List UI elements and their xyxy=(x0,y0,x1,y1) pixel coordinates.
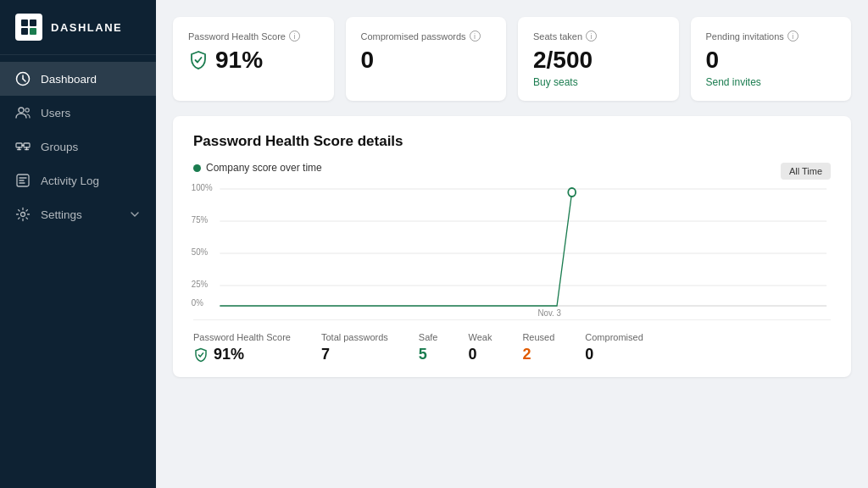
stat-card-password-health: Password Health Score i 91% xyxy=(173,17,334,101)
users-icon xyxy=(15,105,31,120)
sidebar-item-dashboard[interactable]: Dashboard xyxy=(0,62,156,96)
sidebar-nav: Dashboard Users Groups xyxy=(0,55,156,488)
users-label: Users xyxy=(41,107,70,119)
chart-area: 100% 75% 50% 25% 0% Nov. 3 xyxy=(190,180,834,316)
sidebar: DASHLANE Dashboard Users xyxy=(0,0,156,488)
svg-rect-2 xyxy=(21,28,28,35)
svg-rect-1 xyxy=(30,19,36,26)
bottom-reused-value: 2 xyxy=(522,346,554,363)
shield-check-icon-sm xyxy=(193,347,209,363)
svg-point-5 xyxy=(19,108,24,113)
logo-icon xyxy=(15,14,42,41)
svg-rect-8 xyxy=(24,143,30,147)
sidebar-item-users[interactable]: Users xyxy=(0,96,156,130)
password-health-value: 91% xyxy=(188,47,319,74)
svg-text:75%: 75% xyxy=(192,214,208,225)
send-invites-link[interactable]: Send invites xyxy=(706,76,761,88)
seats-info-icon[interactable]: i xyxy=(586,30,597,42)
sidebar-item-activity-log[interactable]: Activity Log xyxy=(0,164,156,197)
svg-text:100%: 100% xyxy=(192,182,213,192)
svg-rect-0 xyxy=(21,19,28,26)
main-content: Password Health Score i 91% Compromised … xyxy=(156,0,868,488)
bottom-safe-value: 5 xyxy=(419,346,438,363)
bottom-stat-safe: Safe 5 xyxy=(419,332,438,363)
chevron-down-icon xyxy=(129,208,141,220)
sidebar-item-groups[interactable]: Groups xyxy=(0,130,156,164)
bottom-stat-reused: Reused 2 xyxy=(522,332,554,363)
bottom-stat-compromised: Compromised 0 xyxy=(585,332,643,363)
bottom-stats: Password Health Score 91% Total password… xyxy=(193,319,831,377)
bottom-stat-weak: Weak 0 xyxy=(468,332,492,363)
bottom-total-value: 7 xyxy=(321,346,388,363)
compromised-label: Compromised passwords i xyxy=(361,30,492,42)
svg-rect-3 xyxy=(30,28,36,35)
svg-text:25%: 25% xyxy=(192,279,208,289)
all-time-button[interactable]: All Time xyxy=(781,163,831,180)
password-health-info-icon[interactable]: i xyxy=(289,30,300,42)
invitations-info-icon[interactable]: i xyxy=(787,30,798,42)
compromised-info-icon[interactable]: i xyxy=(470,30,481,42)
logo-area: DASHLANE xyxy=(0,0,156,55)
stat-card-compromised: Compromised passwords i 0 xyxy=(346,17,507,101)
settings-icon xyxy=(15,207,31,222)
groups-label: Groups xyxy=(41,141,78,153)
shield-check-icon xyxy=(188,50,209,70)
svg-text:0%: 0% xyxy=(192,297,203,308)
details-card: Password Health Score details Company sc… xyxy=(173,116,851,377)
activity-icon xyxy=(15,173,31,188)
dashboard-icon xyxy=(15,71,31,86)
bottom-stat-total: Total passwords 7 xyxy=(321,332,388,363)
settings-label: Settings xyxy=(41,208,82,221)
seats-label: Seats taken i xyxy=(533,30,664,42)
stat-card-seats: Seats taken i 2/500 Buy seats xyxy=(518,17,679,101)
details-title: Password Health Score details xyxy=(193,133,831,150)
stat-card-invitations: Pending invitations i 0 Send invites xyxy=(691,17,852,101)
activity-log-label: Activity Log xyxy=(41,175,99,187)
chart-header: Company score over time All Time xyxy=(193,162,831,180)
invitations-label: Pending invitations i xyxy=(706,30,837,42)
chart-svg: 100% 75% 50% 25% 0% Nov. 3 xyxy=(190,180,834,316)
buy-seats-link[interactable]: Buy seats xyxy=(533,76,578,88)
svg-text:Nov. 3: Nov. 3 xyxy=(538,308,562,316)
dashboard-label: Dashboard xyxy=(41,73,97,86)
compromised-value: 0 xyxy=(361,47,492,74)
svg-point-6 xyxy=(25,108,29,112)
invitations-value: 0 xyxy=(706,47,837,74)
bottom-compromised-value: 0 xyxy=(585,346,643,363)
seats-value: 2/500 xyxy=(533,47,664,74)
svg-text:50%: 50% xyxy=(192,247,208,257)
logo-text: DASHLANE xyxy=(51,21,122,34)
legend-dot xyxy=(193,164,201,172)
bottom-health-value: 91% xyxy=(193,346,291,363)
groups-icon xyxy=(15,139,31,154)
svg-rect-7 xyxy=(16,143,22,147)
password-health-label: Password Health Score i xyxy=(188,30,319,42)
chart-legend: Company score over time xyxy=(193,162,322,174)
legend-label: Company score over time xyxy=(206,162,322,174)
bottom-stat-health: Password Health Score 91% xyxy=(193,332,291,363)
stat-cards-row: Password Health Score i 91% Compromised … xyxy=(173,17,851,101)
svg-point-21 xyxy=(568,188,576,197)
sidebar-item-settings[interactable]: Settings xyxy=(0,197,156,231)
bottom-weak-value: 0 xyxy=(468,346,492,363)
svg-point-10 xyxy=(21,213,25,217)
